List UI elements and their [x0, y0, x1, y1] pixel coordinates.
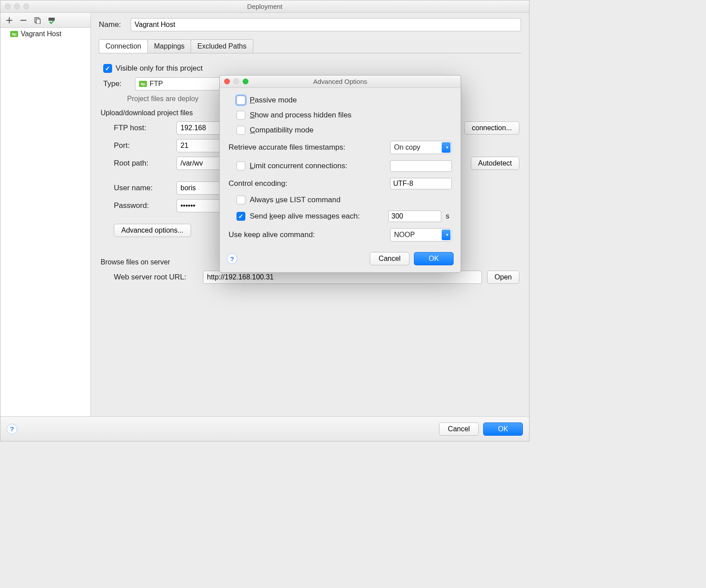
username-label: User name: [101, 184, 171, 192]
footer: ? Cancel OK [0, 416, 529, 441]
cancel-button[interactable]: Cancel [439, 422, 479, 436]
show-hidden-label: Show and process hidden files [250, 111, 352, 120]
add-icon[interactable] [5, 16, 14, 25]
window-title: Deployment [0, 3, 529, 10]
encoding-input[interactable] [390, 178, 452, 189]
autodetect-button[interactable]: Autodetect [471, 157, 520, 170]
visible-only-checkbox[interactable] [103, 64, 112, 73]
ok-button[interactable]: OK [414, 252, 454, 265]
tab-mappings[interactable]: Mappings [147, 39, 191, 53]
tab-connection[interactable]: Connection [99, 39, 148, 53]
use-list-label: Always use LIST command [250, 196, 341, 204]
sidebar-toolbar [0, 13, 90, 28]
test-connection-button[interactable]: connection... [464, 121, 519, 135]
type-select[interactable]: ftp FTP ▾ [135, 77, 232, 90]
web-url-label: Web server root URL: [101, 273, 198, 282]
advanced-options-dialog: Advanced Options Passive mode Show and p… [219, 75, 461, 273]
open-button[interactable]: Open [487, 271, 519, 284]
keepalive-label: Send keep alive messages each: [250, 212, 384, 221]
advanced-options-button[interactable]: Advanced options... [114, 224, 191, 237]
keepalive-cmd-select[interactable]: NOOP ▾ [390, 228, 452, 241]
use-list-checkbox[interactable] [237, 196, 245, 204]
port-input[interactable] [176, 139, 221, 152]
help-icon[interactable]: ? [227, 253, 237, 264]
type-label: Type: [103, 79, 130, 88]
keepalive-cmd-label: Use keep alive command: [229, 230, 386, 239]
limit-conn-input[interactable] [390, 160, 452, 172]
root-path-input[interactable] [176, 157, 221, 170]
dialog-title: Advanced Options [220, 78, 461, 85]
type-value: FTP [150, 80, 163, 88]
encoding-label: Control encoding: [229, 179, 386, 188]
ok-button[interactable]: OK [483, 422, 523, 436]
remove-icon[interactable] [19, 16, 28, 25]
root-path-label: Root path: [101, 159, 171, 168]
compat-mode-label: Compatibility mode [250, 126, 314, 135]
copy-icon[interactable] [33, 16, 42, 25]
tabs: Connection Mappings Excluded Paths [99, 39, 521, 53]
svg-rect-1 [36, 19, 40, 24]
keepalive-input[interactable] [388, 211, 441, 222]
username-input[interactable] [176, 181, 221, 195]
titlebar: Deployment [0, 0, 529, 13]
tab-excluded-paths[interactable]: Excluded Paths [191, 39, 253, 53]
keepalive-suffix: s [446, 212, 452, 221]
show-hidden-checkbox[interactable] [237, 111, 245, 120]
timestamps-value: On copy [394, 143, 421, 151]
limit-conn-checkbox[interactable] [237, 162, 245, 170]
name-label: Name: [99, 20, 125, 29]
sidebar: ftp Vagrant Host [0, 13, 91, 416]
cancel-button[interactable]: Cancel [370, 252, 409, 265]
ftp-icon: ftp [139, 81, 147, 87]
password-label: Password: [101, 201, 171, 210]
ftp-host-input[interactable] [176, 121, 221, 135]
visible-only-label: Visible only for this project [116, 64, 203, 73]
passive-mode-checkbox[interactable] [237, 96, 245, 105]
check-icon[interactable] [47, 16, 56, 25]
limit-conn-label: Limit concurrent connections: [250, 162, 386, 170]
compat-mode-checkbox[interactable] [237, 126, 245, 135]
sidebar-item-label: Vagrant Host [21, 30, 61, 38]
password-input[interactable] [176, 199, 221, 212]
timestamps-label: Retrieve accurate files timestamps: [229, 143, 386, 152]
keepalive-cmd-value: NOOP [394, 231, 415, 239]
help-icon[interactable]: ? [7, 424, 17, 434]
port-label: Port: [101, 141, 171, 150]
keepalive-checkbox[interactable] [237, 212, 245, 221]
ftp-icon: ftp [10, 31, 18, 37]
passive-mode-label: Passive mode [250, 96, 297, 105]
sidebar-item-vagrant-host[interactable]: ftp Vagrant Host [0, 29, 90, 39]
ftp-host-label: FTP host: [101, 124, 171, 132]
name-input[interactable] [131, 18, 521, 31]
timestamps-select[interactable]: On copy ▾ [390, 141, 452, 154]
